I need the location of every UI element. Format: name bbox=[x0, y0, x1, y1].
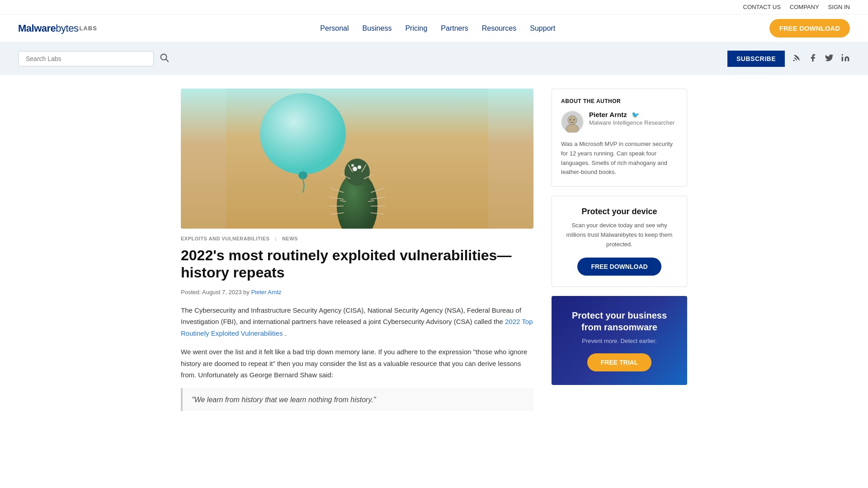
article-categories: EXPLOITS AND VULNERABILITIES | NEWS bbox=[181, 236, 533, 241]
svg-point-30 bbox=[570, 119, 571, 121]
author-details: Pieter Arntz 🐦 Malware Intelligence Rese… bbox=[589, 111, 675, 126]
author-name: Pieter Arntz bbox=[589, 111, 627, 118]
author-section-title: ABOUT THE AUTHOR bbox=[561, 98, 678, 104]
free-trial-button[interactable]: FREE TRIAL bbox=[587, 353, 651, 371]
facebook-icon[interactable] bbox=[808, 53, 817, 65]
author-role: Malware Intelligence Researcher bbox=[589, 119, 675, 126]
company-link[interactable]: COMPANY bbox=[790, 4, 819, 10]
nav-links: Personal Business Pricing Partners Resou… bbox=[120, 24, 756, 33]
author-card: ABOUT THE AUTHOR bbox=[552, 89, 687, 187]
logo-text: Malwarebytes bbox=[18, 23, 78, 34]
ransomware-card: Protect your business from ransomware Pr… bbox=[552, 296, 687, 385]
svg-rect-3 bbox=[842, 56, 843, 61]
author-name-row: Pieter Arntz 🐦 bbox=[589, 111, 675, 118]
nav-support[interactable]: Support bbox=[530, 24, 555, 33]
svg-point-25 bbox=[358, 165, 361, 169]
article-quote: "We learn from history that we learn not… bbox=[181, 388, 533, 411]
logo[interactable]: Malwarebytes LABS bbox=[18, 23, 97, 34]
nav-resources[interactable]: Resources bbox=[482, 24, 516, 33]
category-divider: | bbox=[275, 236, 277, 241]
sign-in-link[interactable]: SIGN IN bbox=[828, 4, 850, 10]
author-info: Pieter Arntz 🐦 Malware Intelligence Rese… bbox=[561, 111, 678, 133]
twitter-icon[interactable] bbox=[825, 53, 834, 65]
article-posted-label: Posted: August 7, 2023 by bbox=[181, 289, 250, 296]
avatar bbox=[561, 111, 584, 133]
sidebar: ABOUT THE AUTHOR bbox=[552, 89, 687, 418]
rss-icon[interactable] bbox=[792, 53, 801, 65]
main-content: EXPLOITS AND VULNERABILITIES | NEWS 2022… bbox=[163, 89, 705, 418]
svg-point-7 bbox=[298, 171, 307, 179]
protect-card-title: Protect your device bbox=[561, 207, 678, 216]
search-input[interactable] bbox=[18, 51, 154, 66]
article-paragraph-1: The Cybersecurity and Infrastructure Sec… bbox=[181, 305, 533, 339]
svg-point-4 bbox=[842, 54, 843, 55]
svg-point-29 bbox=[566, 124, 579, 132]
author-twitter-icon[interactable]: 🐦 bbox=[632, 111, 639, 118]
svg-point-9 bbox=[344, 159, 370, 186]
search-bar-section: SUBSCRIBE bbox=[0, 42, 868, 75]
article-meta: Posted: August 7, 2023 by Pieter Arntz bbox=[181, 289, 533, 296]
main-nav: Malwarebytes LABS Personal Business Pric… bbox=[0, 14, 868, 42]
ransomware-desc: Prevent more. Detect earlier. bbox=[562, 338, 676, 344]
article-body: The Cybersecurity and Infrastructure Sec… bbox=[181, 305, 533, 411]
search-bar-right: SUBSCRIBE bbox=[727, 51, 850, 67]
free-download-nav-button[interactable]: FREE DOWNLOAD bbox=[769, 19, 850, 38]
article-body-1-end: . bbox=[285, 329, 287, 337]
nav-personal[interactable]: Personal bbox=[320, 24, 349, 33]
search-bar-left bbox=[18, 51, 169, 66]
svg-line-1 bbox=[166, 60, 169, 62]
category-1: EXPLOITS AND VULNERABILITIES bbox=[181, 236, 269, 241]
svg-point-0 bbox=[161, 54, 167, 60]
article-paragraph-2: We went over the list and it felt like a… bbox=[181, 346, 533, 381]
svg-point-28 bbox=[568, 116, 577, 125]
nav-business[interactable]: Business bbox=[362, 24, 392, 33]
article-hero-image bbox=[181, 89, 533, 229]
article-title: 2022's most routinely exploited vulnerab… bbox=[181, 247, 533, 282]
contact-us-link[interactable]: CONTACT US bbox=[743, 4, 781, 10]
subscribe-button[interactable]: SUBSCRIBE bbox=[727, 51, 785, 67]
logo-labs: LABS bbox=[79, 25, 97, 32]
article-main: EXPLOITS AND VULNERABILITIES | NEWS 2022… bbox=[181, 89, 533, 418]
protect-device-card: Protect your device Scan your device tod… bbox=[552, 196, 687, 286]
ransomware-title: Protect your business from ransomware bbox=[562, 310, 676, 333]
search-icon[interactable] bbox=[159, 52, 169, 65]
svg-point-26 bbox=[351, 164, 354, 167]
nav-partners[interactable]: Partners bbox=[441, 24, 468, 33]
top-bar: CONTACT US COMPANY SIGN IN bbox=[0, 0, 868, 14]
nav-pricing[interactable]: Pricing bbox=[405, 24, 427, 33]
article-body-1-text: The Cybersecurity and Infrastructure Sec… bbox=[181, 306, 521, 326]
free-download-card-button[interactable]: FREE DOWNLOAD bbox=[577, 258, 661, 276]
svg-point-2 bbox=[793, 60, 795, 61]
category-2: NEWS bbox=[282, 236, 298, 241]
protect-card-desc: Scan your device today and see why milli… bbox=[561, 221, 678, 249]
linkedin-icon[interactable] bbox=[841, 53, 850, 65]
article-author-link[interactable]: Pieter Arntz bbox=[251, 289, 281, 296]
svg-point-6 bbox=[260, 93, 346, 174]
author-bio: Was a Microsoft MVP in consumer security… bbox=[561, 140, 678, 177]
svg-point-31 bbox=[574, 119, 575, 121]
svg-point-24 bbox=[353, 167, 357, 171]
